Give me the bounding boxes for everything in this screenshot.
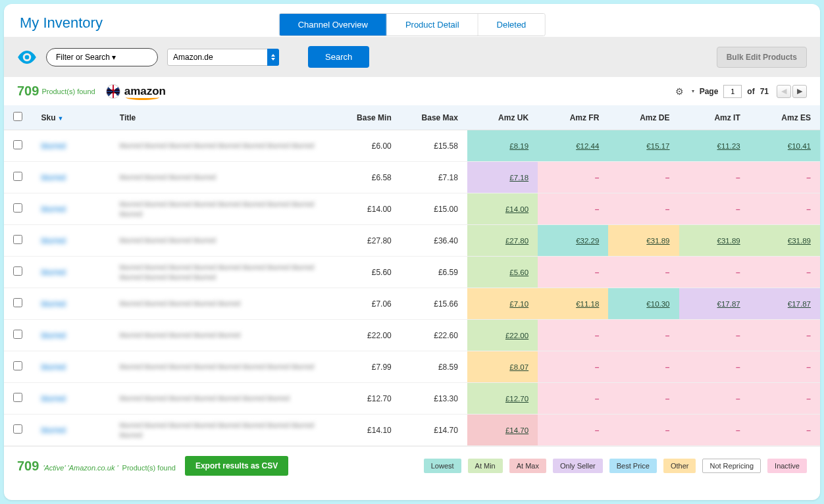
price-link[interactable]: €17.87 [717,300,740,308]
price-link[interactable]: £7.10 [509,300,528,308]
row-checkbox[interactable] [13,140,22,149]
base-max-cell: £14.70 [401,415,467,446]
channel-select[interactable]: Amazon.de [167,49,279,66]
price-link[interactable]: €10.41 [788,142,811,150]
price-cell[interactable]: £14.00 [467,193,538,225]
row-checkbox[interactable] [13,330,22,339]
table-row: blurredblurred blurred blurred blurred£6… [4,162,820,193]
next-page-button[interactable]: ▶ [792,85,807,98]
price-cell: – [750,162,820,193]
price-cell[interactable]: €11.18 [538,288,608,320]
sku-link[interactable]: blurred [41,426,65,435]
base-min-cell: £6.00 [337,130,401,162]
price-cell[interactable]: €31.89 [679,225,750,257]
price-link[interactable]: €31.89 [646,237,669,245]
row-checkbox[interactable] [13,361,22,370]
price-cell[interactable]: £5.60 [467,257,538,288]
col-amz-it[interactable]: Amz IT [679,105,750,130]
tab-channel-overview[interactable]: Channel Overview [280,14,387,36]
col-checkbox[interactable] [4,105,32,130]
no-price-dash: – [595,268,600,277]
export-csv-button[interactable]: Export results as CSV [185,456,288,476]
price-cell[interactable]: €12.44 [538,130,608,162]
col-amz-uk[interactable]: Amz UK [467,105,538,130]
col-amz-de[interactable]: Amz DE [608,105,679,130]
price-cell[interactable]: €32.29 [538,225,608,257]
price-cell[interactable]: £14.70 [467,415,538,446]
no-price-dash: – [595,426,600,435]
price-link[interactable]: €17.87 [788,300,811,308]
col-sku[interactable]: Sku▼ [32,105,110,130]
price-cell[interactable]: €31.89 [608,225,679,257]
sku-link[interactable]: blurred [41,173,65,182]
gear-icon[interactable]: ⚙ [675,86,684,97]
row-checkbox[interactable] [13,235,22,244]
price-link[interactable]: £7.18 [509,174,528,182]
row-checkbox[interactable] [13,266,22,276]
price-cell[interactable]: €11.23 [679,130,750,162]
sku-link[interactable]: blurred [41,363,65,372]
price-cell[interactable]: €17.87 [679,288,750,320]
price-link[interactable]: €31.89 [788,237,811,245]
row-checkbox[interactable] [13,298,22,307]
price-link[interactable]: £14.00 [505,205,528,213]
filter-search-chip[interactable]: Filter or Search ▾ [46,48,158,66]
price-cell[interactable]: £7.18 [467,162,538,193]
page-input[interactable] [723,85,742,98]
price-cell: – [538,320,608,351]
base-min-cell: £7.06 [337,288,401,320]
col-amz-fr[interactable]: Amz FR [538,105,608,130]
select-all-checkbox[interactable] [13,112,22,121]
sku-link[interactable]: blurred [41,205,65,214]
price-cell: – [608,257,679,288]
price-cell[interactable]: €17.87 [750,288,820,320]
visibility-icon[interactable] [17,51,37,64]
price-cell: – [679,320,750,351]
price-cell[interactable]: £7.10 [467,288,538,320]
price-cell[interactable]: £27.80 [467,225,538,257]
price-cell[interactable]: €10.41 [750,130,820,162]
price-link[interactable]: £22.00 [505,332,528,340]
sku-link[interactable]: blurred [41,268,65,277]
price-link[interactable]: €11.18 [576,300,599,308]
search-button[interactable]: Search [308,46,369,68]
row-checkbox[interactable] [13,424,22,434]
price-link[interactable]: £5.60 [509,268,528,276]
price-cell[interactable]: £8.19 [467,130,538,162]
col-base-min[interactable]: Base Min [337,105,401,130]
price-cell[interactable]: €15.17 [608,130,679,162]
bulk-edit-button[interactable]: Bulk Edit Products [717,47,807,68]
sku-link[interactable]: blurred [41,331,65,340]
sku-link[interactable]: blurred [41,236,65,245]
price-link[interactable]: €31.89 [717,237,740,245]
col-base-max[interactable]: Base Max [401,105,467,130]
legend-onlyseller: Only Seller [553,459,603,473]
tab-product-detail[interactable]: Product Detail [387,14,478,36]
price-link[interactable]: £27.80 [505,237,528,245]
col-amz-es[interactable]: Amz ES [750,105,820,130]
row-checkbox[interactable] [13,393,22,402]
row-checkbox[interactable] [13,172,22,181]
price-cell[interactable]: £8.07 [467,351,538,383]
no-price-dash: – [595,394,600,403]
price-link[interactable]: £8.07 [509,363,528,371]
price-link[interactable]: €12.44 [576,142,599,150]
price-cell[interactable]: £22.00 [467,320,538,351]
price-link[interactable]: €32.29 [576,237,599,245]
price-link[interactable]: €15.17 [646,142,669,150]
price-link[interactable]: £14.70 [505,426,528,434]
tab-deleted[interactable]: Deleted [478,14,545,36]
prev-page-button[interactable]: ◀ [777,85,791,98]
price-cell[interactable]: £12.70 [467,383,538,415]
price-cell[interactable]: €10.30 [608,288,679,320]
sku-link[interactable]: blurred [41,141,65,151]
price-link[interactable]: €10.30 [646,300,669,308]
col-title[interactable]: Title [111,105,337,130]
price-link[interactable]: £12.70 [505,395,528,403]
price-link[interactable]: €11.23 [717,142,740,150]
sku-link[interactable]: blurred [41,394,65,403]
price-cell[interactable]: €31.89 [750,225,820,257]
price-link[interactable]: £8.19 [509,142,528,150]
row-checkbox[interactable] [13,203,22,213]
sku-link[interactable]: blurred [41,299,65,309]
